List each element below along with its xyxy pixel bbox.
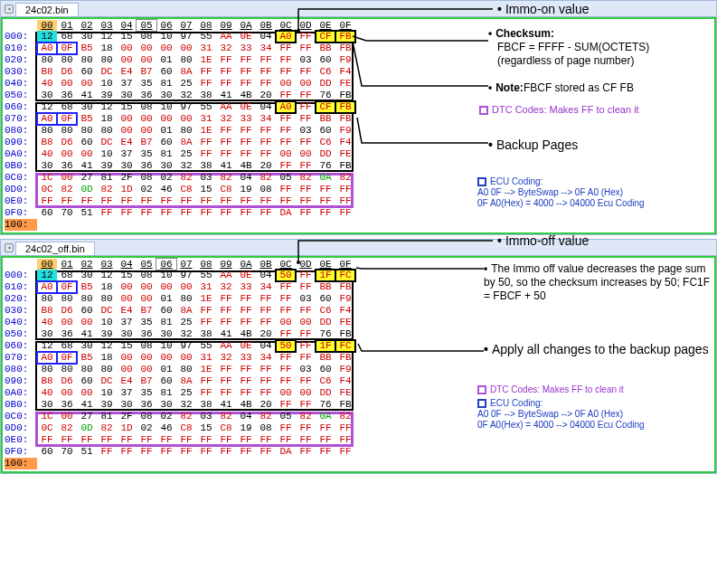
hex-cell[interactable]: 39 (97, 160, 117, 172)
hex-cell[interactable]: 12 (37, 31, 57, 43)
hex-cell[interactable]: FF (216, 305, 236, 317)
hex-cell[interactable]: FF (236, 387, 256, 399)
hex-cell[interactable]: 04 (256, 270, 276, 281)
hex-cell[interactable]: 08 (137, 340, 156, 352)
hex-cell[interactable]: 80 (37, 293, 57, 305)
hex-cell[interactable]: B5 (77, 43, 97, 54)
hex-cell[interactable]: AA (216, 101, 236, 113)
hex-cell[interactable]: FF (316, 434, 335, 446)
hex-cell[interactable]: 97 (176, 340, 196, 352)
hex-cell[interactable]: 38 (196, 90, 216, 101)
hex-cell[interactable]: 55 (196, 340, 216, 352)
hex-cell[interactable]: 80 (37, 125, 57, 137)
hex-cell[interactable]: FF (316, 422, 335, 434)
hex-cell[interactable]: 08 (256, 422, 276, 434)
hex-cell[interactable]: 03 (296, 293, 316, 305)
hex-cell[interactable]: FF (276, 422, 296, 434)
hex-cell[interactable]: 80 (57, 293, 77, 305)
hex-cell[interactable]: FF (176, 446, 196, 458)
hex-cell[interactable]: 80 (77, 364, 97, 375)
hex-cell[interactable]: 82 (216, 172, 236, 184)
hex-cell[interactable]: 04 (236, 172, 256, 184)
hex-cell[interactable]: 10 (156, 340, 176, 352)
hex-cell[interactable]: 1D (117, 184, 137, 195)
hex-cell[interactable]: FE (335, 387, 355, 399)
hex-cell[interactable]: 30 (117, 90, 137, 101)
hex-cell[interactable]: FF (137, 207, 156, 219)
hex-cell[interactable]: 46 (156, 422, 176, 434)
hex-cell[interactable]: FF (256, 207, 276, 219)
hex-cell[interactable]: 60 (77, 375, 97, 387)
hex-cell[interactable]: 00 (296, 387, 316, 399)
hex-cell[interactable]: C6 (316, 305, 335, 317)
hex-cell[interactable]: 08 (256, 184, 276, 195)
hex-cell[interactable]: 01 (156, 364, 176, 375)
hex-cell[interactable]: 60 (77, 66, 97, 78)
hex-cell[interactable]: 76 (316, 328, 335, 340)
hex-cell[interactable]: FF (216, 364, 236, 375)
hex-cell[interactable]: 32 (176, 160, 196, 172)
hex-cell[interactable]: FF (117, 446, 137, 458)
hex-cell[interactable]: CF (316, 101, 335, 113)
hex-cell[interactable]: B7 (137, 375, 156, 387)
hex-cell[interactable]: C8 (216, 422, 236, 434)
hex-cell[interactable]: 12 (37, 270, 57, 281)
hex-cell[interactable]: FF (216, 293, 236, 305)
hex-grid-2[interactable]: 000102030405060708090A0B0C0D0E0F 000:126… (1, 256, 716, 473)
hex-cell[interactable]: 68 (57, 31, 77, 43)
hex-cell[interactable]: 30 (37, 160, 57, 172)
hex-cell[interactable]: 1D (117, 422, 137, 434)
hex-cell[interactable]: FE (335, 148, 355, 160)
hex-cell[interactable]: 35 (137, 317, 156, 328)
hex-cell[interactable]: 4B (236, 90, 256, 101)
hex-cell[interactable]: FB (335, 328, 355, 340)
hex-cell[interactable]: 10 (97, 317, 117, 328)
hex-cell[interactable]: 0D (77, 422, 97, 434)
hex-cell[interactable]: FF (296, 66, 316, 78)
hex-cell[interactable]: 51 (77, 446, 97, 458)
hex-cell[interactable]: F4 (335, 66, 355, 78)
hex-cell[interactable]: FF (296, 281, 316, 293)
hex-cell[interactable]: 0F (57, 113, 77, 125)
hex-cell[interactable]: AA (216, 340, 236, 352)
hex-cell[interactable]: 00 (117, 281, 137, 293)
hex-cell[interactable]: FF (276, 434, 296, 446)
hex-cell[interactable]: 30 (117, 328, 137, 340)
hex-cell[interactable]: 00 (77, 78, 97, 90)
hex-cell[interactable]: 36 (137, 160, 156, 172)
tab-prev-icon[interactable]: ◂ (5, 243, 14, 252)
hex-cell[interactable]: 1E (196, 364, 216, 375)
hex-cell[interactable]: 82 (256, 411, 276, 422)
hex-cell[interactable]: B7 (137, 66, 156, 78)
hex-cell[interactable]: C8 (176, 422, 196, 434)
hex-cell[interactable]: 18 (97, 113, 117, 125)
hex-cell[interactable]: FF (316, 207, 335, 219)
hex-cell[interactable]: 82 (97, 184, 117, 195)
hex-cell[interactable]: 38 (196, 399, 216, 411)
hex-cell[interactable]: FB (335, 281, 355, 293)
hex-cell[interactable]: FF (296, 160, 316, 172)
hex-cell[interactable]: 05 (276, 411, 296, 422)
hex-cell[interactable]: 00 (296, 78, 316, 90)
hex-cell[interactable]: FF (196, 207, 216, 219)
hex-cell[interactable]: C6 (316, 66, 335, 78)
hex-cell[interactable]: 00 (137, 113, 156, 125)
hex-cell[interactable]: 50 (276, 340, 296, 352)
hex-cell[interactable]: 27 (77, 411, 97, 422)
hex-cell[interactable]: 0E (236, 340, 256, 352)
hex-cell[interactable]: 39 (97, 90, 117, 101)
hex-cell[interactable]: FF (216, 195, 236, 207)
hex-cell[interactable]: 82 (97, 422, 117, 434)
hex-cell[interactable]: 38 (196, 160, 216, 172)
hex-cell[interactable]: FF (335, 184, 355, 195)
hex-cell[interactable]: 80 (57, 125, 77, 137)
hex-cell[interactable]: 41 (77, 160, 97, 172)
hex-cell[interactable]: 80 (176, 364, 196, 375)
hex-cell[interactable]: 82 (57, 422, 77, 434)
hex-cell[interactable]: 0F (57, 43, 77, 54)
hex-cell[interactable]: 30 (156, 160, 176, 172)
hex-cell[interactable]: 25 (176, 148, 196, 160)
hex-cell[interactable]: A0 (37, 352, 57, 364)
hex-cell[interactable]: FF (335, 422, 355, 434)
hex-cell[interactable]: 19 (236, 422, 256, 434)
